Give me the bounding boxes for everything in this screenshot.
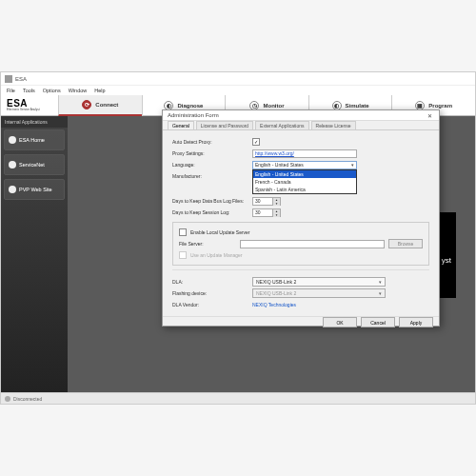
use-update-label: Use an Update Manager: [190, 252, 242, 258]
status-indicator-icon: [5, 396, 10, 402]
days-bus-label: Days to Keep Data Bus Log Files:: [172, 198, 248, 204]
sidebar-item-pvp-web-site[interactable]: PVP Web Site: [4, 179, 65, 200]
chevron-down-icon: ▾: [379, 279, 382, 285]
dla-vendor-link[interactable]: NEXIQ Technologies: [252, 302, 296, 307]
menubar: File Tools Options Window Help: [1, 86, 475, 95]
titlebar[interactable]: ESA: [1, 72, 475, 86]
pvp-icon: [9, 186, 16, 193]
file-server-label: File Server:: [179, 241, 236, 247]
spin-down-icon[interactable]: ▼: [272, 213, 280, 217]
ok-button[interactable]: OK: [323, 317, 357, 327]
tab-connect[interactable]: ⟳ Connect: [58, 95, 142, 116]
days-session-spinner[interactable]: 30 ▲▼: [252, 208, 281, 217]
connect-icon: ⟳: [82, 100, 91, 109]
dialog-tabs: General License and Password External Ap…: [163, 121, 439, 130]
status-text: Disconnected: [13, 396, 42, 402]
sidebar: Internal Applications ESA Home ServiceNe…: [1, 116, 68, 394]
administration-dialog: Administration Form ✕ General License an…: [162, 109, 440, 327]
flashing-label: Flashing device:: [172, 290, 248, 296]
menu-tools[interactable]: Tools: [23, 88, 35, 93]
menu-window[interactable]: Window: [69, 88, 88, 93]
menu-help[interactable]: Help: [94, 88, 105, 93]
logo: ESA Electronic Service Analyst: [1, 95, 58, 116]
app-title: ESA: [15, 76, 27, 82]
chevron-down-icon: ▾: [351, 162, 354, 168]
logo-subtitle: Electronic Service Analyst: [7, 109, 40, 111]
sidebar-item-esa-home[interactable]: ESA Home: [4, 129, 65, 150]
proxy-label: Proxy Settings:: [172, 150, 248, 156]
enable-local-label: Enable Local Update Server: [190, 229, 250, 235]
auto-detect-checkbox[interactable]: ✓: [252, 138, 260, 146]
language-option-english[interactable]: English - United States: [253, 170, 356, 178]
flashing-combo: NEXIQ USB-Link 2 ▾: [252, 288, 386, 298]
language-dropdown-list: English - United States French - Canada …: [252, 169, 357, 194]
dla-combo[interactable]: NEXIQ USB-Link 2 ▾: [252, 277, 386, 287]
language-option-spanish[interactable]: Spanish - Latin America: [253, 186, 356, 193]
file-server-field[interactable]: [240, 240, 385, 248]
spin-down-icon[interactable]: ▼: [272, 202, 280, 206]
proxy-url-field[interactable]: http://www.w3.org/: [252, 149, 357, 158]
menu-options[interactable]: Options: [43, 88, 61, 93]
days-bus-spinner[interactable]: 30 ▲▼: [252, 197, 281, 206]
manufacturer-label: Manufacturer:: [172, 173, 248, 179]
separator: [172, 269, 429, 270]
language-label: Language:: [172, 162, 248, 168]
diagnose-icon: ◐: [164, 101, 173, 110]
status-bar: Disconnected: [1, 392, 475, 404]
dialog-tab-release[interactable]: Release License: [311, 121, 356, 129]
enable-local-checkbox[interactable]: [179, 228, 187, 236]
apply-button[interactable]: Apply: [399, 317, 433, 327]
close-icon[interactable]: ✕: [425, 110, 434, 120]
simulate-icon: ◐: [332, 101, 342, 110]
dialog-button-bar: OK Cancel Apply: [163, 316, 439, 327]
sidebar-item-servicenet[interactable]: ServiceNet: [4, 154, 65, 175]
dialog-tab-general[interactable]: General: [168, 121, 194, 129]
use-update-checkbox: [179, 251, 187, 259]
language-option-french[interactable]: French - Canada: [253, 178, 356, 186]
monitor-icon: ◷: [249, 101, 259, 110]
servicenet-icon: [9, 161, 16, 169]
menu-file[interactable]: File: [7, 88, 15, 93]
dialog-title: Administration Form: [168, 112, 219, 118]
days-session-label: Days to Keep Session Log:: [172, 209, 248, 215]
cancel-button[interactable]: Cancel: [361, 317, 395, 327]
auto-detect-label: Auto Detect Proxy:: [172, 139, 248, 145]
update-server-group: Enable Local Update Server File Server: …: [172, 222, 429, 266]
dla-vendor-label: DLA Vendor:: [172, 302, 248, 307]
sidebar-header: Internal Applications: [1, 116, 68, 128]
language-combo[interactable]: English - United States ▾ English - Unit…: [252, 161, 357, 169]
chevron-down-icon: ▾: [379, 290, 382, 296]
home-icon: [9, 136, 16, 144]
dialog-titlebar[interactable]: Administration Form ✕: [163, 110, 439, 121]
app-icon: [5, 75, 12, 83]
program-icon: ▦: [415, 101, 425, 110]
dialog-body: Auto Detect Proxy: ✓ Proxy Settings: htt…: [163, 130, 439, 316]
dialog-tab-external[interactable]: External Applications: [255, 121, 308, 129]
dialog-tab-license[interactable]: License and Password: [196, 121, 253, 129]
browse-button[interactable]: Browse: [388, 239, 423, 248]
dla-label: DLA:: [172, 279, 248, 285]
